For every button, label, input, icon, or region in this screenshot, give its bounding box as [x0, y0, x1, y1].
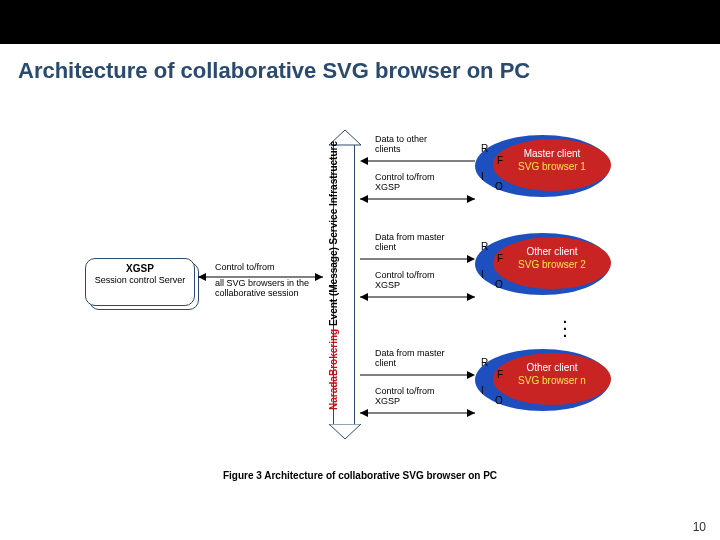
master-app: SVG browser 1	[493, 161, 611, 174]
flow-other1-top: Data from master client	[375, 232, 455, 253]
other1-role: Other client	[493, 246, 611, 259]
svg-marker-1	[198, 273, 206, 281]
master-client: Master client SVG browser 1 R F I O	[475, 135, 620, 205]
svg-marker-2	[315, 273, 323, 281]
svg-marker-18	[360, 409, 368, 417]
arrow-master-data	[360, 156, 475, 166]
arrow-other1-data	[360, 254, 475, 264]
flow-master-top: Data to other clients	[375, 134, 455, 155]
xgsp-name: XGSP	[86, 263, 194, 274]
other-client-1: Other client SVG browser 2 R F I O	[475, 233, 620, 303]
xgsp-arrow-sub: all SVG browsers in the collaborative se…	[215, 278, 310, 299]
page-number: 10	[693, 520, 706, 534]
flow-other2-bot: Control to/from XGSP	[375, 386, 455, 407]
other-client-n: Other client SVG browser n R F I O	[475, 349, 620, 419]
other2-role: Other client	[493, 362, 611, 375]
other2-app: SVG browser n	[493, 375, 611, 388]
svg-marker-9	[467, 195, 475, 203]
xgsp-server-box: XGSP Session control Server	[85, 258, 195, 306]
svg-marker-4	[329, 424, 361, 439]
svg-marker-6	[360, 157, 368, 165]
flow-master-bot: Control to/from XGSP	[375, 172, 455, 193]
flow-other2-top: Data from master client	[375, 348, 455, 369]
xgsp-sub: Session control Server	[95, 275, 186, 285]
arrow-other2-data	[360, 370, 475, 380]
svg-marker-14	[467, 293, 475, 301]
broker-label: NaradaBrokering Event (Message) Service …	[328, 141, 339, 410]
svg-marker-11	[467, 255, 475, 263]
master-role: Master client	[493, 148, 611, 161]
svg-marker-13	[360, 293, 368, 301]
svg-marker-8	[360, 195, 368, 203]
slide-title: Architecture of collaborative SVG browse…	[18, 58, 720, 84]
flow-other1-bot: Control to/from XGSP	[375, 270, 455, 291]
arrow-other2-ctrl	[360, 408, 475, 418]
slide-top-bar	[0, 0, 720, 44]
broker-arrow-down-icon	[325, 424, 365, 440]
svg-marker-16	[467, 371, 475, 379]
ellipsis-dots: ...	[560, 315, 570, 336]
xgsp-arrow-label: Control to/from	[215, 262, 275, 273]
architecture-diagram: XGSP Session control Server Control to/f…	[0, 120, 720, 480]
other1-app: SVG browser 2	[493, 259, 611, 272]
figure-caption: Figure 3 Architecture of collaborative S…	[0, 470, 720, 481]
arrow-master-ctrl	[360, 194, 475, 204]
arrow-other1-ctrl	[360, 292, 475, 302]
svg-marker-19	[467, 409, 475, 417]
